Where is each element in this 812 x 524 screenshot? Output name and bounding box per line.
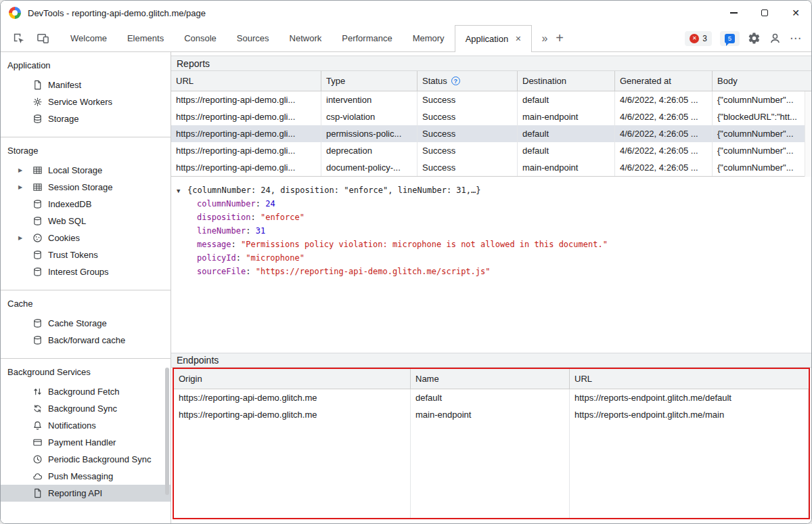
table-icon (32, 181, 43, 192)
more-tabs-icon[interactable]: » (541, 32, 547, 45)
expand-triangle-icon[interactable]: ▼ (177, 184, 187, 198)
sidebar-item-storage[interactable]: Storage (1, 110, 171, 127)
sidebar-scrollbar[interactable] (165, 368, 169, 495)
tab-memory[interactable]: Memory (403, 25, 455, 51)
column-header-url[interactable]: URL (171, 71, 321, 91)
column-header-name[interactable]: Name (411, 369, 570, 389)
cell-body: {"columnNumber"... (713, 142, 811, 159)
tab-elements[interactable]: Elements (117, 25, 174, 51)
expand-arrow-icon[interactable]: ▶ (18, 162, 22, 179)
devtools-logo-icon (9, 7, 21, 19)
report-row[interactable]: https://reporting-api-demo.gli... interv… (171, 91, 811, 108)
sidebar-item-cookies[interactable]: ▶ Cookies (1, 230, 171, 246)
column-header-destination[interactable]: Destination (518, 71, 615, 91)
cell-generated-at: 4/6/2022, 4:26:05 ... (615, 91, 713, 108)
minimize-button[interactable] (718, 1, 749, 25)
cell-destination: default (518, 91, 615, 108)
tab-application[interactable]: Application ✕ (455, 25, 533, 52)
sidebar-item-notifications[interactable]: Notifications (1, 417, 171, 434)
close-tab-icon[interactable]: ✕ (515, 35, 521, 43)
reports-table-scrollbar[interactable] (805, 91, 811, 177)
sidebar-item-label: Interest Groups (48, 267, 109, 277)
cell-url: https://reporting-api-demo.gli... (171, 125, 321, 142)
tab-performance[interactable]: Performance (332, 25, 402, 51)
sidebar-item-back-forward-cache[interactable]: Back/forward cache (1, 332, 171, 349)
sidebar-item-payment-handler[interactable]: Payment Handler (1, 434, 171, 451)
sidebar-item-web-sql[interactable]: Web SQL (1, 213, 171, 230)
column-header-origin[interactable]: Origin (174, 369, 411, 389)
error-counter[interactable]: ✕ 3 (685, 31, 712, 46)
column-header-body[interactable]: Body (713, 71, 811, 91)
cell-url: https://reports-endpoint.glitch.me/defau… (570, 389, 809, 406)
database-icon (32, 334, 43, 345)
expand-arrow-icon[interactable]: ▶ (18, 179, 22, 196)
endpoints-section-header: Endpoints (171, 353, 811, 368)
report-row[interactable]: https://reporting-api-demo.gli... deprec… (171, 142, 811, 159)
json-key: sourceFile (197, 267, 256, 276)
json-property: message"Permissions policy violation: mi… (171, 238, 811, 251)
sidebar-item-label: IndexedDB (48, 199, 91, 209)
sidebar-item-session-storage[interactable]: ▶ Session Storage (1, 179, 171, 196)
empty-cell (570, 423, 809, 518)
close-button[interactable]: ✕ (780, 1, 811, 25)
sidebar-item-cache-storage[interactable]: Cache Storage (1, 315, 171, 332)
section-title-application: Application (1, 58, 171, 74)
issues-counter[interactable]: 5 (720, 31, 740, 46)
sidebar-item-trust-tokens[interactable]: Trust Tokens (1, 246, 171, 263)
report-row[interactable]: https://reporting-api-demo.gli... csp-vi… (171, 108, 811, 125)
tab-welcome[interactable]: Welcome (60, 25, 117, 51)
column-label: Origin (179, 374, 202, 384)
sidebar-item-label: Local Storage (48, 165, 102, 175)
json-value: "https://reporting-api-demo.glitch.me/sc… (256, 267, 491, 276)
json-property: disposition"enforce" (171, 211, 811, 224)
inspect-element-button[interactable] (6, 25, 30, 51)
empty-cell (174, 423, 411, 518)
sidebar-item-interest-groups[interactable]: Interest Groups (1, 263, 171, 280)
sidebar-item-service-workers[interactable]: Service Workers (1, 93, 171, 110)
expand-arrow-icon[interactable]: ▶ (18, 230, 22, 246)
settings-button[interactable] (748, 32, 761, 45)
sidebar-item-reporting-api[interactable]: Reporting API (1, 485, 171, 502)
more-options-button[interactable]: ⋯ (790, 31, 802, 45)
add-panel-icon[interactable]: + (556, 30, 564, 46)
endpoint-row[interactable]: https://reporting-api-demo.glitch.me def… (174, 389, 809, 406)
cell-type: deprecation (321, 142, 418, 159)
column-header-status[interactable]: Status? (418, 71, 518, 91)
report-row-selected[interactable]: https://reporting-api-demo.gli... permis… (171, 125, 811, 142)
sidebar-item-periodic-background-sync[interactable]: Periodic Background Sync (1, 451, 171, 468)
report-row[interactable]: https://reporting-api-demo.gli... docume… (171, 159, 811, 176)
status-help-icon[interactable]: ? (451, 77, 460, 85)
sidebar-item-manifest[interactable]: Manifest (1, 77, 171, 93)
endpoints-table-highlighted: Origin Name URL https://reporting-api-de… (173, 368, 810, 519)
maximize-button[interactable] (749, 1, 780, 25)
sidebar-item-label: Storage (48, 114, 79, 124)
sidebar-section-application: Application Manifest Service Workers Sto… (1, 52, 171, 137)
tab-sources[interactable]: Sources (227, 25, 279, 51)
sidebar-item-push-messaging[interactable]: Push Messaging (1, 468, 171, 485)
column-header-url[interactable]: URL (570, 369, 809, 389)
endpoint-row[interactable]: https://reporting-api-demo.glitch.me mai… (174, 406, 809, 423)
cell-generated-at: 4/6/2022, 4:26:05 ... (615, 125, 713, 142)
sidebar-item-label: Periodic Background Sync (48, 454, 151, 464)
tab-network[interactable]: Network (279, 25, 332, 51)
cell-type: csp-violation (321, 108, 418, 125)
device-toolbar-button[interactable] (30, 25, 55, 51)
sidebar-item-label: Service Workers (48, 97, 112, 107)
column-label: Type (326, 76, 345, 86)
profile-button[interactable] (769, 32, 782, 45)
cell-url: https://reports-endpoint.glitch.me/main (570, 406, 809, 423)
sidebar-item-local-storage[interactable]: ▶ Local Storage (1, 162, 171, 179)
sidebar-item-background-sync[interactable]: Background Sync (1, 400, 171, 417)
column-header-type[interactable]: Type (321, 71, 418, 91)
section-title-background-services: Background Services (1, 364, 171, 380)
sidebar-item-background-fetch[interactable]: Background Fetch (1, 383, 171, 400)
reports-table: URL Type Status? Destination Generated a… (171, 71, 811, 177)
devtools-content: Application Manifest Service Workers Sto… (1, 52, 811, 523)
sidebar-item-label: Session Storage (48, 182, 112, 192)
tab-console[interactable]: Console (174, 25, 227, 51)
cell-destination: main-endpoint (518, 159, 615, 176)
column-header-generated-at[interactable]: Generated at (615, 71, 713, 91)
tab-label: Memory (413, 33, 445, 43)
sidebar-item-indexeddb[interactable]: IndexedDB (1, 196, 171, 213)
table-icon (32, 165, 43, 175)
